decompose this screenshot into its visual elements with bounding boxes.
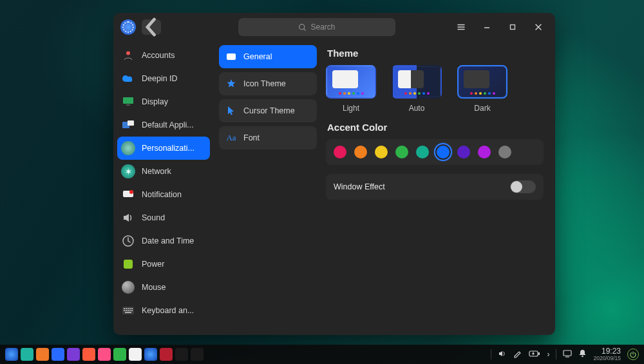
subtab-icon-theme[interactable]: Icon Theme [219, 72, 317, 95]
window-effect-row: Window Effect [326, 174, 544, 200]
svg-point-4 [126, 52, 130, 55]
sidebar-item-notification[interactable]: Notification [117, 183, 210, 206]
tray-expand-icon[interactable]: › [547, 350, 549, 359]
svg-rect-8 [128, 120, 134, 126]
power-button[interactable] [627, 349, 639, 360]
theme-option-auto[interactable]: Auto [392, 65, 442, 113]
taskbar-app-mail[interactable] [82, 348, 95, 361]
search-placeholder: Search [310, 23, 335, 32]
menu-button[interactable] [448, 14, 474, 40]
theme-label: Light [343, 104, 359, 113]
accent-swatch[interactable] [334, 146, 346, 158]
desktop: Search AccountsDeepin IDDisplayDefault A… [0, 0, 644, 364]
time-icon [121, 234, 135, 248]
accent-swatch[interactable] [354, 146, 367, 158]
subtab-label: Cursor Theme [243, 106, 295, 115]
taskbar-app-app-store[interactable] [52, 348, 64, 361]
sidebar-item-accounts[interactable]: Accounts [117, 44, 210, 67]
tray-edit-icon[interactable] [513, 349, 522, 359]
general-icon [225, 51, 237, 62]
taskbar-app-terminal[interactable] [160, 348, 173, 361]
close-button[interactable] [526, 14, 551, 40]
sidebar-item-label: Sound [142, 213, 165, 222]
sidebar-item-personalize[interactable]: Personalizati... [117, 137, 210, 160]
svg-point-10 [129, 190, 133, 194]
sidebar-item-label: Keyboard an... [142, 306, 194, 315]
accent-swatch[interactable] [498, 146, 511, 158]
default-apps-icon [121, 118, 135, 132]
maximize-button[interactable] [500, 14, 526, 40]
taskbar-app-launcher[interactable] [5, 348, 18, 361]
sound-icon [121, 211, 135, 225]
svg-rect-21 [128, 310, 129, 311]
subtab-cursor-theme[interactable]: Cursor Theme [219, 99, 317, 122]
svg-rect-20 [126, 310, 127, 311]
accent-swatch[interactable] [457, 146, 470, 158]
accent-swatch[interactable] [478, 146, 491, 158]
sidebar-item-display[interactable]: Display [117, 90, 210, 113]
taskbar-app-calendar[interactable] [129, 348, 142, 361]
theme-thumbnail [392, 65, 442, 99]
taskbar-app-browser[interactable] [67, 348, 80, 361]
sidebar-item-label: Notification [142, 190, 182, 199]
sidebar-item-power[interactable]: Power [117, 253, 210, 276]
power-icon [121, 257, 135, 271]
sidebar-item-label: Display [142, 97, 168, 106]
accent-swatch[interactable] [395, 146, 408, 158]
clock[interactable]: 19:23 2020/09/15 [593, 347, 621, 361]
sidebar-item-label: Deepin ID [142, 74, 178, 83]
notification-icon [121, 187, 135, 202]
minimize-button[interactable] [474, 14, 500, 40]
taskbar-app-settings[interactable] [144, 348, 157, 361]
subtab-label: Icon Theme [243, 79, 286, 88]
accent-swatch[interactable] [375, 146, 388, 158]
subtab-general[interactable]: General [219, 45, 317, 68]
clock-time: 19:23 [593, 347, 621, 356]
tray-desktop-icon[interactable] [563, 350, 572, 359]
svg-rect-27 [538, 352, 540, 355]
sidebar-item-label: Network [142, 167, 171, 176]
window-effect-toggle[interactable] [510, 180, 536, 193]
svg-rect-23 [131, 310, 133, 311]
theme-option-light[interactable]: Light [326, 65, 376, 113]
accent-color-picker [326, 139, 544, 165]
back-button[interactable] [142, 19, 161, 35]
network-icon: ✶ [121, 164, 135, 178]
sidebar-item-label: Power [142, 260, 164, 269]
theme-label: Auto [409, 104, 425, 113]
sidebar-item-label: Accounts [142, 51, 175, 60]
subtab-font[interactable]: AaFont [219, 126, 317, 149]
svg-rect-15 [126, 308, 127, 309]
sidebar-item-time[interactable]: Date and Time [117, 229, 210, 253]
accent-swatch[interactable] [416, 146, 429, 158]
taskbar-app-system-monitor[interactable] [175, 348, 188, 361]
sidebar-item-sound[interactable]: Sound [117, 206, 210, 229]
accent-heading: Accent Color [327, 122, 544, 133]
tray-notification-icon[interactable] [578, 349, 587, 359]
taskbar-app-multitask[interactable] [21, 348, 33, 361]
power-icon [630, 351, 636, 358]
tray-volume-icon[interactable] [498, 349, 507, 359]
sidebar-item-default-apps[interactable]: Default Appli... [117, 113, 210, 137]
search-input[interactable]: Search [238, 18, 395, 36]
sidebar-item-mouse[interactable]: Mouse [117, 276, 210, 299]
sidebar-item-keyboard[interactable]: Keyboard an... [117, 299, 210, 322]
sidebar-item-label: Mouse [142, 283, 166, 292]
settings-app-icon [117, 16, 139, 38]
accounts-icon [121, 48, 135, 62]
svg-rect-16 [128, 308, 129, 309]
titlebar: Search [113, 13, 555, 41]
svg-rect-14 [124, 308, 125, 309]
font-icon: Aa [225, 132, 237, 144]
accent-swatch[interactable] [437, 146, 450, 158]
personalize-icon [121, 141, 135, 155]
sidebar-item-cloud[interactable]: Deepin ID [117, 67, 210, 90]
sidebar-item-network[interactable]: ✶Network [117, 160, 210, 183]
svg-rect-17 [129, 308, 131, 309]
theme-option-dark[interactable]: Dark [457, 65, 507, 113]
taskbar-app-more[interactable] [191, 348, 204, 361]
taskbar-app-files[interactable] [36, 348, 49, 361]
taskbar-app-photos[interactable] [98, 348, 111, 361]
taskbar-app-music[interactable] [113, 348, 126, 361]
tray-battery-icon[interactable] [529, 350, 540, 359]
